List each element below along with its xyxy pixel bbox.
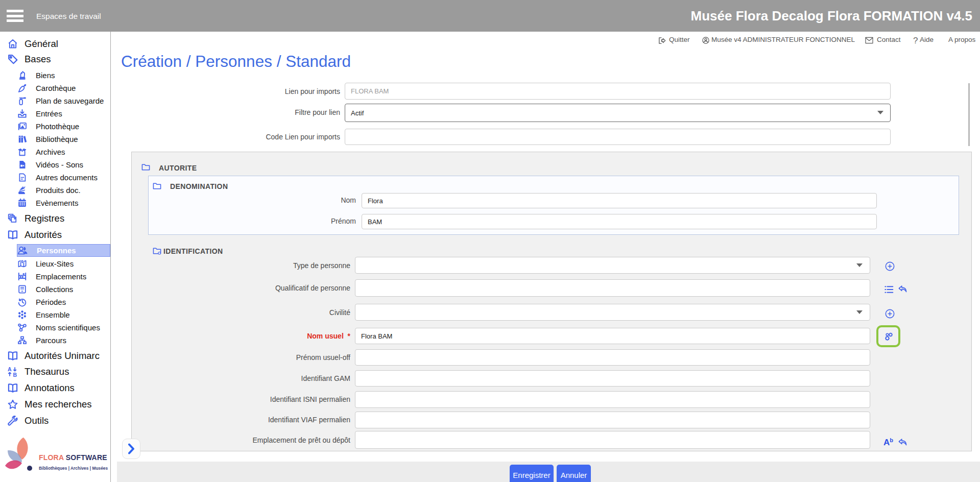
svg-text:A: A	[8, 366, 12, 372]
svg-text:B: B	[13, 372, 17, 377]
